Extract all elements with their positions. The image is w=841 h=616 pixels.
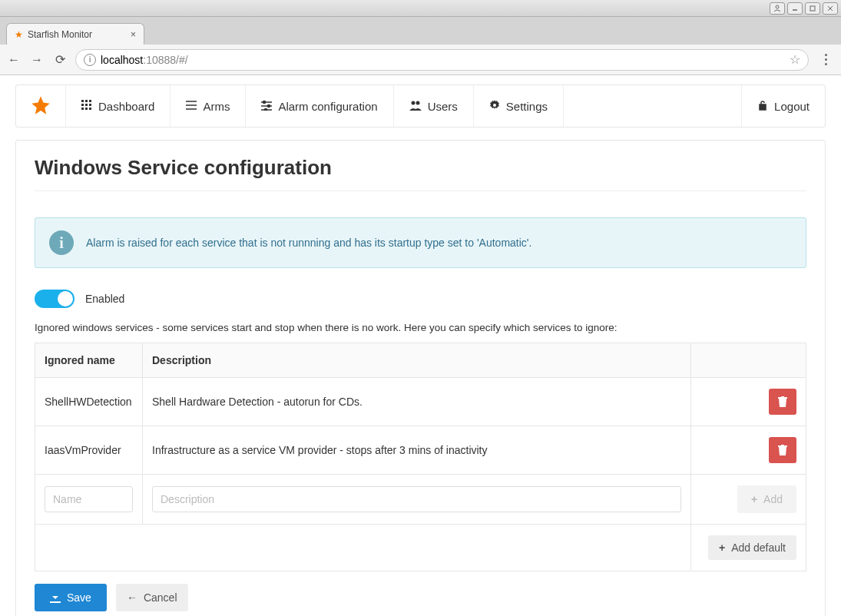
nav-settings[interactable]: Settings (474, 85, 564, 127)
trash-icon (778, 445, 787, 455)
address-field[interactable]: i localhost:10888/#/ ☆ (75, 49, 809, 71)
url-host: localhost (101, 54, 143, 66)
bookmark-star-icon[interactable]: ☆ (790, 52, 800, 67)
download-icon (50, 592, 61, 603)
maximize-button[interactable] (805, 2, 820, 15)
cell-description: Shell Hardware Detection - autorun for C… (143, 378, 691, 426)
svg-point-23 (411, 101, 415, 104)
enabled-toggle[interactable] (35, 290, 74, 308)
unlock-icon (757, 100, 768, 113)
column-header-name: Ignored name (35, 343, 143, 378)
nav-label: Settings (506, 100, 548, 113)
site-info-icon[interactable]: i (84, 54, 96, 66)
delete-button[interactable] (769, 437, 796, 463)
nav-users[interactable]: Users (394, 85, 474, 127)
tab-title: Starfish Monitor (28, 29, 92, 40)
enabled-label: Enabled (85, 293, 124, 305)
cell-name: IaasVmProvider (35, 426, 143, 475)
svg-rect-10 (89, 104, 91, 106)
column-header-description: Description (143, 343, 691, 378)
add-default-button[interactable]: + Add default (708, 535, 796, 560)
svg-point-18 (263, 101, 266, 103)
add-label: Add (763, 493, 783, 505)
nav-label: Logout (774, 100, 810, 113)
cell-description: Infrastructure as a service VM provider … (143, 426, 691, 475)
table-row: ShellHWDetection Shell Hardware Detectio… (35, 378, 806, 426)
arrow-left-icon: ← (127, 591, 137, 604)
top-navigation: Dashboard Arms Alarm configuration Users… (15, 84, 826, 128)
browser-tab[interactable]: ★ Starfish Monitor × (6, 23, 144, 45)
list-icon (186, 100, 197, 113)
plus-icon: + (751, 493, 757, 505)
help-text: Ignored windows services - some services… (35, 322, 806, 333)
svg-point-24 (416, 101, 419, 104)
cancel-label: Cancel (144, 591, 177, 604)
svg-point-22 (265, 108, 267, 111)
svg-point-0 (776, 5, 779, 8)
forward-button[interactable]: → (29, 53, 45, 67)
save-label: Save (67, 591, 91, 604)
svg-point-20 (268, 104, 270, 107)
user-icon[interactable] (770, 2, 785, 15)
nav-alarm-configuration[interactable]: Alarm configuration (246, 85, 393, 127)
svg-rect-26 (760, 104, 766, 110)
nav-logout[interactable]: Logout (741, 85, 825, 127)
nav-label: Dashboard (98, 100, 154, 113)
trash-icon (778, 396, 787, 407)
url-path: :10888/#/ (143, 54, 187, 66)
users-icon (409, 100, 422, 113)
svg-rect-13 (89, 108, 91, 110)
star-icon (30, 94, 51, 118)
svg-rect-8 (81, 104, 84, 106)
table-row-new: + Add (35, 475, 806, 525)
svg-rect-12 (85, 108, 88, 110)
svg-point-25 (493, 104, 496, 107)
svg-rect-11 (81, 108, 84, 110)
browser-menu-icon[interactable] (816, 49, 835, 71)
nav-label: Arms (203, 100, 230, 113)
table-row: IaasVmProvider Infrastructure as a servi… (35, 426, 806, 475)
info-alert: i Alarm is raised for each service that … (35, 217, 806, 268)
info-text: Alarm is raised for each service that is… (86, 237, 531, 249)
nav-label: Users (428, 100, 458, 113)
page-title: Windows Service configuration (35, 156, 806, 191)
name-input[interactable] (45, 486, 133, 512)
close-window-button[interactable] (823, 2, 838, 15)
plus-icon: + (719, 541, 725, 554)
info-icon: i (49, 230, 74, 255)
back-button[interactable]: ← (6, 53, 22, 67)
close-tab-icon[interactable]: × (131, 29, 136, 40)
svg-rect-6 (85, 100, 88, 102)
svg-rect-9 (85, 104, 88, 106)
nav-arms[interactable]: Arms (171, 85, 246, 127)
svg-rect-2 (810, 6, 815, 11)
reload-button[interactable]: ⟳ (52, 52, 68, 67)
description-input[interactable] (152, 486, 681, 512)
gear-icon (489, 100, 500, 113)
table-row-footer: + Add default (35, 525, 806, 571)
logo[interactable] (16, 85, 66, 127)
svg-rect-7 (89, 100, 91, 102)
cell-name: ShellHWDetection (35, 378, 143, 426)
nav-dashboard[interactable]: Dashboard (66, 85, 171, 127)
add-button[interactable]: + Add (737, 485, 796, 513)
grid-icon (81, 100, 92, 113)
add-default-label: Add default (731, 541, 786, 554)
ignored-services-table: Ignored name Description ShellHWDetectio… (35, 343, 806, 571)
star-icon: ★ (15, 29, 23, 40)
save-button[interactable]: Save (35, 584, 107, 611)
delete-button[interactable] (769, 389, 796, 415)
minimize-button[interactable] (787, 2, 803, 15)
sliders-icon (261, 100, 272, 113)
svg-rect-5 (81, 100, 84, 102)
main-panel: Windows Service configuration i Alarm is… (15, 140, 826, 616)
cancel-button[interactable]: ← Cancel (116, 584, 188, 611)
column-header-actions (691, 343, 806, 378)
nav-label: Alarm configuration (278, 100, 377, 113)
